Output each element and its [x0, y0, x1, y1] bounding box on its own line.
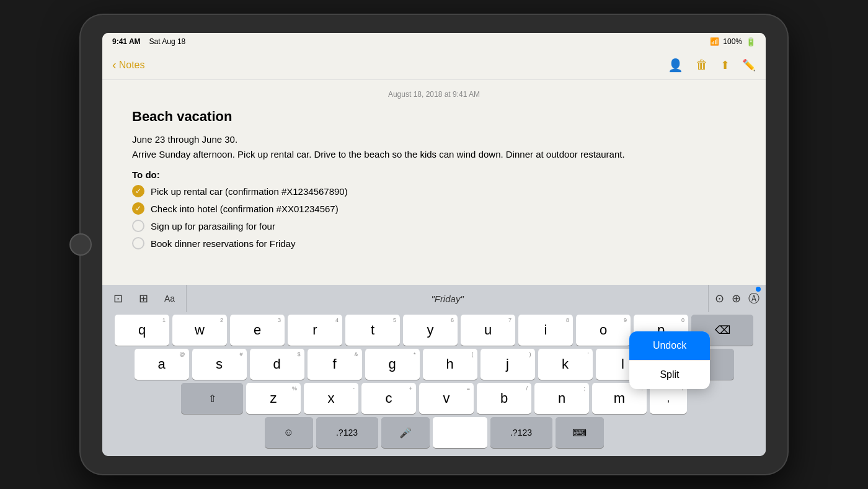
toolbar-right: 👤 🗑 ⬆ ✏️ [668, 58, 756, 73]
key-z[interactable]: %z [246, 383, 301, 414]
note-title[interactable]: Beach vacation [132, 109, 736, 125]
status-time: 9:41 AM [112, 37, 141, 46]
note-date: August 18, 2018 at 9:41 AM [132, 90, 736, 99]
key-o[interactable]: 9o [576, 315, 631, 346]
key-y[interactable]: 6y [403, 315, 458, 346]
space-key[interactable] [433, 417, 487, 448]
battery-icon: 🔋 [746, 37, 756, 47]
back-label: Notes [119, 60, 145, 71]
key-c[interactable]: +c [361, 383, 416, 414]
grid-icon[interactable]: ⊞ [134, 289, 153, 308]
todo-item-4[interactable]: Book dinner reservations for Friday [132, 237, 736, 249]
status-right: 📶 100% 🔋 [710, 37, 756, 47]
person-icon[interactable]: 👤 [668, 58, 683, 73]
font-size-icon[interactable]: Aa [159, 291, 180, 306]
key-q[interactable]: 1q [115, 315, 169, 346]
note-body: June 23 through June 30. Arrive Sunday a… [132, 132, 736, 162]
keyboard-popup-menu: Undock Split [629, 331, 710, 389]
key-a[interactable]: @a [135, 349, 189, 380]
key-f[interactable]: &f [308, 349, 362, 380]
todo-item-2[interactable]: ✓ Check into hotel (confirmation #XX0123… [132, 202, 736, 215]
key-row-4: ☺ .?123 🎤 .?123 ⌨ [105, 417, 763, 448]
todo-text-4: Book dinner reservations for Friday [151, 238, 295, 249]
num-sym-key-right[interactable]: .?123 [490, 417, 552, 448]
num-sym-key-left[interactable]: .?123 [316, 417, 378, 448]
popup-split[interactable]: Split [629, 360, 710, 389]
home-button[interactable] [69, 233, 92, 256]
todo-text-1: Pick up rental car (confirmation #X12345… [151, 186, 348, 197]
todo-section: To do: ✓ Pick up rental car (confirmatio… [132, 169, 736, 249]
note-toolbar: ‹ Notes 👤 🗑 ⬆ ✏️ [102, 50, 766, 80]
todo-label: To do: [132, 169, 736, 180]
key-b[interactable]: /b [477, 383, 531, 414]
mic-key[interactable]: 🎤 [381, 417, 430, 448]
key-k[interactable]: 'k [538, 349, 593, 380]
key-w[interactable]: 2w [172, 315, 227, 346]
key-u[interactable]: 7u [461, 315, 515, 346]
todo-text-3: Sign up for parasailing for four [151, 221, 275, 231]
emoji-key[interactable]: ☺ [265, 417, 313, 448]
check-icon[interactable]: ⊙ [715, 292, 724, 305]
key-t[interactable]: 5t [345, 315, 400, 346]
edit-icon[interactable]: ✏️ [742, 58, 756, 72]
share-icon[interactable]: ⬆ [720, 58, 730, 72]
checkbox-2[interactable]: ✓ [132, 202, 144, 215]
ipad-device: 9:41 AM Sat Aug 18 📶 100% 🔋 ‹ Notes 👤 🗑 … [81, 15, 787, 474]
dock-icon[interactable]: ⊡ [108, 289, 128, 308]
hide-keyboard-key[interactable]: ⌨ [556, 417, 604, 448]
note-line-2: Arrive Sunday afternoon. Pick up rental … [132, 147, 736, 162]
key-d[interactable]: $d [250, 349, 304, 380]
key-n[interactable]: ;n [534, 383, 589, 414]
suggestion-text[interactable]: "Friday" [431, 294, 463, 304]
plus-icon[interactable]: ⊕ [732, 292, 741, 305]
key-g[interactable]: *g [365, 349, 420, 380]
note-line-1: June 23 through June 30. [132, 132, 736, 147]
keyboard-toolbar: ⊡ ⊞ Aa "Friday" ⊙ ⊕ Ⓐ [102, 285, 766, 312]
key-x[interactable]: -x [304, 383, 358, 414]
keyboard: 1q 2w 3e 4r 5t 6y 7u 8i 9o 0p ⌫ @a #s $d… [102, 312, 766, 456]
key-h[interactable]: (h [423, 349, 477, 380]
note-content: August 18, 2018 at 9:41 AM Beach vacatio… [102, 80, 766, 285]
back-arrow-icon: ‹ [112, 58, 117, 72]
checkbox-4[interactable] [132, 237, 144, 249]
status-bar: 9:41 AM Sat Aug 18 📶 100% 🔋 [102, 33, 766, 50]
suggestion-area: "Friday" [186, 285, 709, 312]
wifi-icon: 📶 [710, 37, 719, 46]
key-i[interactable]: 8i [518, 315, 573, 346]
todo-item-1[interactable]: ✓ Pick up rental car (confirmation #X123… [132, 185, 736, 197]
checkbox-3[interactable] [132, 220, 144, 232]
kb-tool-right: ⊙ ⊕ Ⓐ [715, 291, 760, 306]
todo-item-3[interactable]: Sign up for parasailing for four [132, 220, 736, 232]
key-e[interactable]: 3e [230, 315, 285, 346]
popup-undock[interactable]: Undock [629, 331, 710, 360]
device-screen: 9:41 AM Sat Aug 18 📶 100% 🔋 ‹ Notes 👤 🗑 … [102, 33, 766, 456]
key-r[interactable]: 4r [288, 315, 342, 346]
checkbox-1[interactable]: ✓ [132, 185, 144, 197]
trash-icon[interactable]: 🗑 [696, 58, 708, 72]
key-j[interactable]: )j [480, 349, 535, 380]
key-s[interactable]: #s [192, 349, 247, 380]
shift-key[interactable]: ⇧ [181, 383, 243, 414]
back-button[interactable]: ‹ Notes [112, 58, 144, 72]
todo-text-2: Check into hotel (confirmation #XX012345… [151, 204, 339, 214]
at-icon[interactable]: Ⓐ [748, 291, 760, 306]
status-date: Sat Aug 18 [149, 37, 186, 46]
key-v[interactable]: =v [419, 383, 474, 414]
battery-indicator: 100% [723, 37, 742, 46]
